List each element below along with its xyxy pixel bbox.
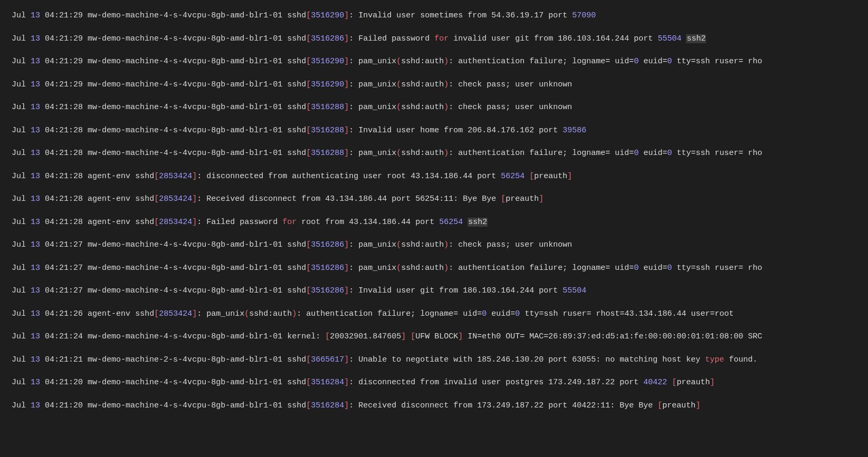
log-line[interactable]: Jul 13 04:21:24 mw-demo-machine-4-s-4vcp… [12,332,856,342]
log-time: 04:21:28 [45,172,83,181]
log-token: sshd:auth [401,57,444,66]
log-day: 13 [31,126,40,135]
log-token: ssh2 [468,218,488,227]
log-token: [ [501,195,505,203]
log-month: Jul [12,286,26,295]
log-host: mw-demo-machine-4-s-4vcpu-8gb-amd-blr1-0… [88,11,282,20]
log-line[interactable]: Jul 13 04:21:28 agent-env sshd[2853424]:… [12,217,856,228]
log-line[interactable]: Jul 13 04:21:26 agent-env sshd[2853424]:… [12,309,856,319]
log-token: ] [710,378,714,387]
log-line[interactable]: Jul 13 04:21:28 mw-demo-machine-4-s-4vcp… [12,125,856,136]
log-month: Jul [12,126,26,135]
log-host: mw-demo-machine-4-s-4vcpu-8gb-amd-blr1-0… [88,103,282,112]
bracket-open: [ [306,401,311,410]
log-line[interactable]: Jul 13 04:21:28 agent-env sshd[2853424]:… [12,194,856,205]
log-token: root from 43.134.186.44 port [297,218,439,227]
log-process: sshd [287,126,306,135]
log-token: [ [529,172,534,181]
log-month: Jul [12,11,26,20]
log-line[interactable]: Jul 13 04:21:29 mw-demo-machine-4-s-4vcp… [12,56,856,67]
log-token: sshd:auth [401,80,444,89]
log-host: mw-demo-machine-4-s-4vcpu-8gb-amd-blr1-0… [88,57,282,66]
log-token: found. [724,355,757,364]
log-pid: 3516288 [311,103,344,112]
log-token: 55504 [657,34,681,43]
log-day: 13 [31,34,40,43]
log-line[interactable]: Jul 13 04:21:28 agent-env sshd[2853424]:… [12,171,856,182]
log-time: 04:21:28 [45,126,83,135]
log-token: euid= [487,309,515,318]
log-line[interactable]: Jul 13 04:21:21 mw-demo-machine-2-s-4vcp… [12,355,856,365]
log-host: mw-demo-machine-4-s-4vcpu-8gb-amd-blr1-0… [88,286,282,295]
log-token: Received disconnect from 173.249.187.22 … [354,401,657,410]
log-token: ) [444,57,449,66]
log-time: 04:21:28 [45,218,83,227]
log-pid: 3516288 [311,149,344,158]
log-time: 04:21:29 [45,11,83,20]
log-token: 40422 [643,378,667,387]
log-token: euid= [638,149,667,158]
log-line[interactable]: Jul 13 04:21:27 mw-demo-machine-4-s-4vcp… [12,263,856,274]
log-token: tty=ssh ruser= rho [672,264,762,273]
log-month: Jul [12,355,26,364]
log-token: : authentication failure; logname= uid= [449,149,634,158]
log-process: sshd [287,149,306,158]
log-token: ( [396,149,401,158]
bracket-open: [ [306,103,311,112]
log-day: 13 [31,80,40,89]
log-process: sshd [135,195,154,203]
log-month: Jul [12,240,26,249]
log-month: Jul [12,218,26,227]
log-token: 39586 [562,126,586,135]
log-time: 04:21:24 [45,332,83,341]
log-token: pam_unix [354,240,396,249]
log-month: Jul [12,309,26,318]
log-token: preauth [505,195,539,203]
log-host: mw-demo-machine-4-s-4vcpu-8gb-amd-blr1-0… [88,34,282,43]
log-line[interactable]: Jul 13 04:21:29 mw-demo-machine-4-s-4vcp… [12,80,856,90]
log-host: mw-demo-machine-4-s-4vcpu-8gb-amd-blr1-0… [88,80,282,89]
log-host: agent-env [88,195,130,203]
bracket-close: ] [344,264,349,273]
log-pid: 3516290 [311,80,344,89]
log-line[interactable]: Jul 13 04:21:29 mw-demo-machine-4-s-4vcp… [12,11,856,21]
bracket-open: [ [306,57,311,66]
log-token: 56254 [501,172,524,181]
log-time: 04:21:27 [45,240,83,249]
log-token: pam_unix [354,149,396,158]
log-month: Jul [12,401,26,410]
bracket-close: ] [344,240,349,249]
log-process: sshd [287,240,306,249]
log-token: type [705,355,724,364]
log-token: Invalid user sometimes from 54.36.19.17 … [354,11,572,20]
log-token [406,332,411,341]
log-host: agent-env [88,309,130,318]
log-time: 04:21:29 [45,34,83,43]
log-pid: 3516286 [311,264,344,273]
bracket-close: ] [192,172,197,181]
bracket-open: [ [306,126,311,135]
log-token: euid= [638,57,667,66]
bracket-close: ] [344,286,349,295]
log-process: sshd [135,172,154,181]
log-token: : authentication failure; logname= uid= [297,309,482,318]
log-token: 0 [482,309,487,318]
bracket-close: ] [192,218,197,227]
log-line[interactable]: Jul 13 04:21:20 mw-demo-machine-4-s-4vcp… [12,401,856,411]
log-process: sshd [287,378,306,387]
log-month: Jul [12,172,26,181]
log-month: Jul [12,332,26,341]
log-day: 13 [31,195,40,203]
log-line[interactable]: Jul 13 04:21:28 mw-demo-machine-4-s-4vcp… [12,148,856,159]
log-line[interactable]: Jul 13 04:21:28 mw-demo-machine-4-s-4vcp… [12,102,856,113]
log-line[interactable]: Jul 13 04:21:20 mw-demo-machine-4-s-4vcp… [12,377,856,388]
log-line[interactable]: Jul 13 04:21:27 mw-demo-machine-4-s-4vcp… [12,286,856,296]
log-viewer[interactable]: Jul 13 04:21:29 mw-demo-machine-4-s-4vcp… [0,0,868,424]
log-day: 13 [31,286,40,295]
log-line[interactable]: Jul 13 04:21:27 mw-demo-machine-4-s-4vcp… [12,240,856,250]
log-line[interactable]: Jul 13 04:21:29 mw-demo-machine-4-s-4vcp… [12,34,856,44]
bracket-open: [ [306,149,311,158]
log-host: mw-demo-machine-4-s-4vcpu-8gb-amd-blr1-0… [88,149,282,158]
log-token: UFW BLOCK [415,332,458,341]
log-token: Failed password [202,218,282,227]
